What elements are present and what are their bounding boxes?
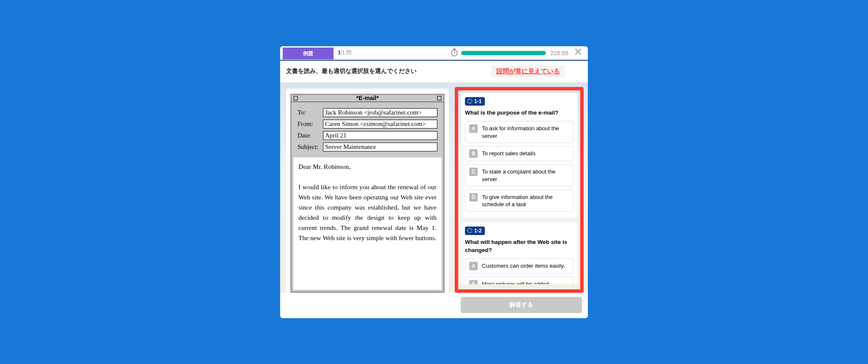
- counter-current: 1: [338, 50, 341, 56]
- email-titlebar: *E-mail*: [292, 95, 443, 102]
- passage-pane: *E-mail* To: Jack Robinson <jrob@safarin…: [280, 83, 454, 293]
- close-icon: [574, 48, 582, 56]
- no-return-icon: [467, 228, 472, 233]
- date-label: Date:: [298, 132, 323, 139]
- email-window: *E-mail* To: Jack Robinson <jrob@safarin…: [290, 94, 445, 293]
- counter-total: /1: [341, 50, 345, 56]
- date-field: April 21: [323, 131, 437, 140]
- instruction-text: 文書を読み、最も適切な選択肢を選んでください: [286, 67, 417, 75]
- choice-option[interactable]: A To ask for information about the serve…: [465, 121, 573, 143]
- subject-field: Server Maintenance: [323, 143, 437, 151]
- close-button[interactable]: [573, 48, 584, 58]
- choice-text: To ask for information about the server: [482, 124, 569, 140]
- question-stem: What will happen after the Web site is c…: [465, 238, 573, 255]
- questions-pane: 1-1 What is the purpose of the e-mail? A…: [454, 83, 588, 293]
- choice-option[interactable]: A Customers can order items easily.: [465, 258, 573, 274]
- email-title: *E-mail*: [298, 95, 437, 101]
- example-badge: 例題: [283, 48, 334, 59]
- submit-button[interactable]: 解答する: [461, 297, 582, 313]
- choice-option[interactable]: D To give information about the schedule…: [465, 190, 573, 212]
- choice-letter: B: [469, 280, 478, 284]
- question-card: 1-1 What is the purpose of the e-mail? A…: [461, 93, 578, 218]
- document-card: *E-mail* To: Jack Robinson <jrob@safarin…: [286, 89, 449, 293]
- choice-option[interactable]: B To report sales details: [465, 146, 573, 161]
- footer: 解答する: [280, 293, 588, 318]
- callout-annotation: 設問が常に見えている: [491, 66, 565, 77]
- email-body: Dear Mr. Robinson, I would like to infor…: [293, 157, 442, 290]
- choice-option[interactable]: B More pictures will be added.: [465, 277, 573, 284]
- no-return-icon: [467, 99, 472, 104]
- choice-text: To give information about the schedule o…: [482, 193, 569, 208]
- counter-unit: 問: [346, 50, 351, 56]
- email-body-text: I would like to inform you about the ren…: [298, 182, 437, 243]
- instruction-bar: 文書を読み、最も適切な選択肢を選んでください 設問が常に見えている: [280, 61, 588, 83]
- from-field: Caren Simon <csimon@safarinet.com>: [323, 120, 437, 129]
- question-tag-text: 1-1: [474, 98, 481, 104]
- choice-text: More pictures will be added.: [482, 280, 551, 284]
- choice-letter: C: [469, 168, 478, 176]
- question-card: 1-2 What will happen after the Web site …: [461, 222, 578, 285]
- window-control-icon: [293, 96, 298, 101]
- from-label: From:: [298, 120, 323, 128]
- main-area: *E-mail* To: Jack Robinson <jrob@safarin…: [280, 83, 588, 293]
- time-remaining: 228:88: [550, 50, 568, 56]
- choice-letter: D: [469, 193, 478, 202]
- question-tag: 1-2: [465, 227, 485, 235]
- window-control-icon: [437, 96, 442, 101]
- choice-letter: B: [469, 149, 478, 158]
- choice-text: To report sales details: [482, 149, 535, 157]
- email-greeting: Dear Mr. Robinson,: [298, 162, 437, 172]
- highlight-frame: 1-1 What is the purpose of the e-mail? A…: [455, 87, 584, 293]
- stopwatch-icon: [451, 50, 458, 56]
- choice-text: Customers can order items easily.: [482, 262, 565, 270]
- to-label: To:: [298, 109, 323, 116]
- choice-letter: A: [469, 262, 478, 270]
- subject-label: Subject:: [298, 143, 323, 151]
- question-tag-text: 1-2: [474, 228, 481, 234]
- question-tag: 1-1: [465, 97, 485, 106]
- to-field: Jack Robinson <jrob@safarinet.com>: [323, 108, 437, 117]
- app-frame: 例題 1/1 問 228:88 文書を読み、最も適切な選択肢を選んでください 設…: [280, 46, 588, 318]
- choice-letter: A: [469, 124, 478, 133]
- choice-option[interactable]: C To state a complaint about the server: [465, 164, 573, 186]
- time-progress-bar: [461, 51, 546, 55]
- question-stem: What is the purpose of the e-mail?: [465, 109, 573, 117]
- choice-text: To state a complaint about the server: [482, 168, 569, 183]
- question-counter: 1/1 問: [338, 49, 351, 56]
- top-bar: 例題 1/1 問 228:88: [280, 46, 588, 61]
- email-header: To: Jack Robinson <jrob@safarinet.com> F…: [292, 102, 443, 157]
